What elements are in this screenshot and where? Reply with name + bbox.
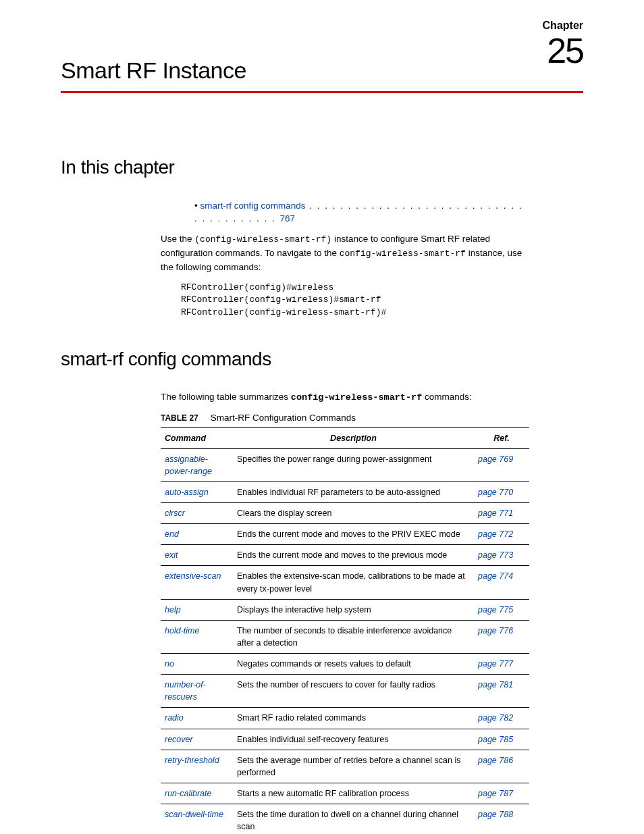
toc-page-number[interactable]: 767 (280, 213, 296, 224)
command-link[interactable]: end (165, 529, 179, 539)
command-description: Enables the extensive-scan mode, calibra… (233, 566, 474, 599)
command-description: Enables individual RF parameters to be a… (233, 481, 474, 502)
th-description: Description (233, 427, 474, 448)
table-row: noNegates commands or resets values to d… (161, 654, 529, 675)
page-ref-link[interactable]: page 769 (478, 454, 513, 464)
command-link[interactable]: auto-assign (165, 488, 209, 497)
section-in-this-chapter-heading: In this chapter (61, 154, 583, 182)
toc-entry: • smart-rf config commands . . . . . . .… (194, 199, 529, 226)
command-link[interactable]: radio (165, 713, 184, 723)
command-link[interactable]: help (165, 605, 181, 615)
command-link[interactable]: run-calibrate (165, 789, 211, 798)
chapter-header: Chapter 25 Smart RF Instance (61, 54, 583, 93)
intro-code-2: config-wireless-smart-rf (340, 249, 466, 259)
table-row: retry-thresholdSets the average number o… (161, 750, 529, 783)
th-command: Command (161, 427, 233, 448)
command-description: Clears the display screen (233, 503, 474, 524)
table-row: endEnds the current mode and moves to th… (161, 524, 529, 545)
table-row: auto-assignEnables individual RF paramet… (161, 481, 529, 502)
table-row: recoverEnables individual self-recovery … (161, 729, 529, 750)
page-ref-link[interactable]: page 788 (478, 810, 513, 819)
command-link[interactable]: number-of-rescuers (165, 680, 206, 702)
table-row: assignable-power-rangeSpecifies the powe… (161, 448, 529, 481)
section1-content: • smart-rf config commands . . . . . . .… (161, 199, 529, 319)
commands-table: Command Description Ref. assignable-powe… (161, 427, 529, 834)
table-row: exitEnds the current mode and moves to t… (161, 545, 529, 566)
chapter-label: Chapter 25 (543, 18, 583, 68)
command-description: Smart RF radio related commands (233, 708, 474, 729)
table-intro-pre: The following table summarizes (161, 392, 291, 402)
table-intro: The following table summarizes config-wi… (161, 390, 529, 405)
command-link[interactable]: clrscr (165, 509, 185, 518)
command-description: Ends the current mode and moves to the p… (233, 545, 474, 566)
command-link[interactable]: extensive-scan (165, 571, 221, 581)
page-ref-link[interactable]: page 787 (478, 789, 513, 798)
page-ref-link[interactable]: page 782 (478, 713, 513, 723)
command-link[interactable]: hold-time (165, 626, 199, 635)
intro-text-1: Use the (161, 234, 194, 244)
table-row: scan-dwell-timeSets the time duration to… (161, 804, 529, 834)
command-link[interactable]: scan-dwell-time (165, 810, 223, 819)
table-caption: TABLE 27Smart-RF Configuration Commands (161, 411, 529, 425)
table-row: radioSmart RF radio related commandspage… (161, 708, 529, 729)
page-ref-link[interactable]: page 771 (478, 509, 513, 518)
chapter-number: 25 (543, 33, 583, 68)
table-row: extensive-scanEnables the extensive-scan… (161, 566, 529, 599)
table-caption-text: Smart-RF Configuration Commands (211, 413, 356, 423)
command-link[interactable]: assignable-power-range (165, 454, 212, 476)
page-ref-link[interactable]: page 773 (478, 550, 513, 560)
page-ref-link[interactable]: page 786 (478, 756, 513, 765)
page-ref-link[interactable]: page 774 (478, 571, 513, 581)
command-link[interactable]: retry-threshold (165, 756, 219, 765)
page-ref-link[interactable]: page 770 (478, 488, 513, 497)
command-description: Sets the time duration to dwell on a cha… (233, 804, 474, 834)
section2-content: The following table summarizes config-wi… (161, 390, 529, 834)
section-smart-rf-heading: smart-rf config commands (61, 346, 583, 373)
table-row: clrscrClears the display screenpage 771 (161, 503, 529, 524)
command-link[interactable]: no (165, 659, 174, 669)
command-description: Negates commands or resets values to def… (233, 654, 474, 675)
intro-code-1: (config-wireless-smart-rf) (194, 234, 331, 244)
command-description: Enables individual self-recovery feature… (233, 729, 474, 750)
table-intro-code: config-wireless-smart-rf (291, 392, 422, 402)
th-ref: Ref. (474, 427, 529, 448)
table-row: helpDisplays the interactive help system… (161, 599, 529, 620)
code-block: RFController(config)#wireless RFControll… (181, 282, 529, 319)
table-row: run-calibrateStarts a new automatic RF c… (161, 783, 529, 804)
command-description: Starts a new automatic RF calibration pr… (233, 783, 474, 804)
toc-link-smart-rf[interactable]: smart-rf config commands (200, 201, 306, 211)
command-description: Sets the average number of retries befor… (233, 750, 474, 783)
command-link[interactable]: exit (165, 550, 178, 560)
table-number: TABLE 27 (161, 413, 198, 423)
table-row: hold-timeThe number of seconds to disabl… (161, 620, 529, 653)
command-description: Ends the current mode and moves to the P… (233, 524, 474, 545)
table-row: number-of-rescuersSets the number of res… (161, 675, 529, 708)
toc-bullet: • (194, 201, 198, 211)
table-intro-post: commands: (422, 392, 472, 402)
page-ref-link[interactable]: page 772 (478, 529, 513, 539)
page-ref-link[interactable]: page 777 (478, 659, 513, 669)
command-link[interactable]: recover (165, 735, 193, 744)
command-description: Sets the number of rescuers to cover for… (233, 675, 474, 708)
page-ref-link[interactable]: page 775 (478, 605, 513, 615)
intro-paragraph: Use the (config-wireless-smart-rf) insta… (161, 232, 529, 273)
command-description: The number of seconds to disable interfe… (233, 620, 474, 653)
command-description: Specifies the power range during power-a… (233, 448, 474, 481)
chapter-title: Smart RF Instance (61, 57, 246, 83)
page-ref-link[interactable]: page 785 (478, 735, 513, 744)
page-ref-link[interactable]: page 776 (478, 626, 513, 635)
page-ref-link[interactable]: page 781 (478, 680, 513, 689)
command-description: Displays the interactive help system (233, 599, 474, 620)
